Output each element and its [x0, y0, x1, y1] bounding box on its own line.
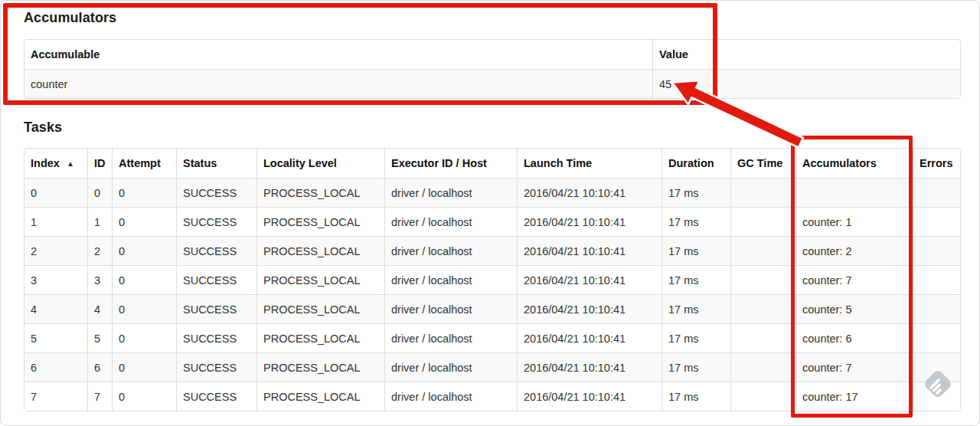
errors-column-header[interactable]: Errors [913, 149, 960, 178]
feedly-badge-icon[interactable] [920, 365, 956, 402]
table-cell: 0 [112, 207, 176, 236]
table-cell: 17 ms [662, 352, 730, 382]
task-row: 330SUCCESSPROCESS_LOCALdriver / localhos… [24, 265, 960, 294]
table-cell: 0 [87, 178, 112, 207]
table-cell: 5 [24, 323, 87, 352]
table-cell [730, 382, 795, 411]
table-cell: 4 [87, 294, 112, 323]
table-cell [730, 207, 795, 236]
table-cell [913, 236, 960, 265]
table-cell: 2 [24, 236, 87, 265]
table-cell: PROCESS_LOCAL [256, 178, 384, 207]
table-cell: driver / localhost [384, 265, 517, 294]
table-cell: 0 [112, 323, 176, 352]
index-column-header[interactable]: Index▲ [24, 149, 87, 178]
table-cell: 2 [87, 236, 112, 265]
table-cell: 6 [24, 352, 87, 382]
attempt-column-header[interactable]: Attempt [112, 149, 176, 178]
table-cell: 0 [112, 352, 176, 382]
tasks-section-title: Tasks [24, 119, 959, 136]
table-cell: counter: 17 [795, 382, 913, 411]
table-cell [795, 178, 913, 207]
table-cell: PROCESS_LOCAL [256, 294, 384, 323]
table-cell: 0 [112, 236, 176, 265]
table-cell: 0 [112, 178, 176, 207]
table-cell: 17 ms [662, 265, 730, 294]
table-cell: 3 [24, 265, 87, 294]
table-cell: 2016/04/21 10:10:41 [517, 207, 662, 236]
table-cell: 3 [87, 265, 112, 294]
table-cell: 2016/04/21 10:10:41 [517, 382, 662, 411]
table-cell: SUCCESS [176, 382, 256, 411]
table-cell: 2016/04/21 10:10:41 [517, 323, 662, 352]
table-cell: PROCESS_LOCAL [256, 265, 384, 294]
accumulators-header-row: Accumulable Value [24, 40, 960, 69]
id-column-header[interactable]: ID [87, 149, 112, 178]
accumulators-column-header[interactable]: Accumulators [795, 149, 913, 178]
table-cell: 17 ms [662, 207, 730, 236]
table-cell: PROCESS_LOCAL [256, 236, 384, 265]
value-column-header: Value [652, 40, 960, 69]
gc-time-column-header[interactable]: GC Time [730, 149, 795, 178]
table-cell: driver / localhost [384, 178, 517, 207]
table-cell: 4 [24, 294, 87, 323]
table-cell: counter: 1 [795, 207, 913, 236]
table-cell: SUCCESS [176, 265, 256, 294]
locality-level-column-header[interactable]: Locality Level [256, 149, 384, 178]
status-column-header[interactable]: Status [176, 149, 256, 178]
table-cell [730, 352, 795, 382]
task-row: 000SUCCESSPROCESS_LOCALdriver / localhos… [24, 178, 960, 207]
table-cell: SUCCESS [176, 236, 256, 265]
accumulable-column-header: Accumulable [24, 40, 652, 69]
table-cell: PROCESS_LOCAL [256, 207, 384, 236]
table-cell: counter: 7 [795, 265, 913, 294]
table-cell: driver / localhost [384, 382, 517, 411]
table-cell: 2016/04/21 10:10:41 [517, 236, 662, 265]
table-cell: 2016/04/21 10:10:41 [517, 294, 662, 323]
table-cell [730, 323, 795, 352]
tasks-header-row: Index▲ ID Attempt Status Locality Level … [24, 149, 960, 178]
table-cell: counter: 6 [795, 323, 913, 352]
table-cell: SUCCESS [176, 294, 256, 323]
table-cell: counter: 2 [795, 236, 913, 265]
table-cell: 17 ms [662, 178, 730, 207]
accumulators-section-title: Accumulators [24, 9, 959, 26]
table-cell: 7 [87, 382, 112, 411]
executor-id-host-column-header[interactable]: Executor ID / Host [384, 149, 517, 178]
task-row: 550SUCCESSPROCESS_LOCALdriver / localhos… [24, 323, 960, 352]
table-cell: driver / localhost [384, 207, 517, 236]
table-cell [913, 265, 960, 294]
table-cell: 7 [24, 382, 87, 411]
table-cell: SUCCESS [176, 323, 256, 352]
tasks-table: Index▲ ID Attempt Status Locality Level … [24, 148, 961, 411]
table-cell [730, 265, 795, 294]
table-cell: 2016/04/21 10:10:41 [517, 265, 662, 294]
table-cell: 0 [112, 265, 176, 294]
spark-ui-page: Accumulators Accumulable Value counter 4… [0, 0, 980, 426]
table-cell: driver / localhost [384, 294, 517, 323]
table-cell: counter: 7 [795, 352, 913, 382]
table-cell: PROCESS_LOCAL [256, 352, 384, 382]
accumulator-row: counter 45 [24, 69, 960, 98]
table-cell: SUCCESS [176, 207, 256, 236]
table-cell: 1 [24, 207, 87, 236]
table-cell: driver / localhost [384, 323, 517, 352]
sort-ascending-icon: ▲ [67, 159, 74, 168]
table-cell: 0 [24, 178, 87, 207]
table-cell: 0 [112, 382, 176, 411]
launch-time-column-header[interactable]: Launch Time [517, 149, 662, 178]
task-row: 220SUCCESSPROCESS_LOCALdriver / localhos… [24, 236, 960, 265]
table-cell [730, 178, 795, 207]
table-cell: driver / localhost [384, 236, 517, 265]
table-cell [913, 207, 960, 236]
table-cell [913, 178, 960, 207]
table-cell: 5 [87, 323, 112, 352]
table-cell: counter: 5 [795, 294, 913, 323]
table-cell: 2016/04/21 10:10:41 [517, 178, 662, 207]
table-cell: 6 [87, 352, 112, 382]
table-cell: 17 ms [662, 382, 730, 411]
table-cell: 17 ms [662, 294, 730, 323]
duration-column-header[interactable]: Duration [662, 149, 730, 178]
table-cell: 17 ms [662, 236, 730, 265]
task-row: 770SUCCESSPROCESS_LOCALdriver / localhos… [24, 382, 960, 411]
